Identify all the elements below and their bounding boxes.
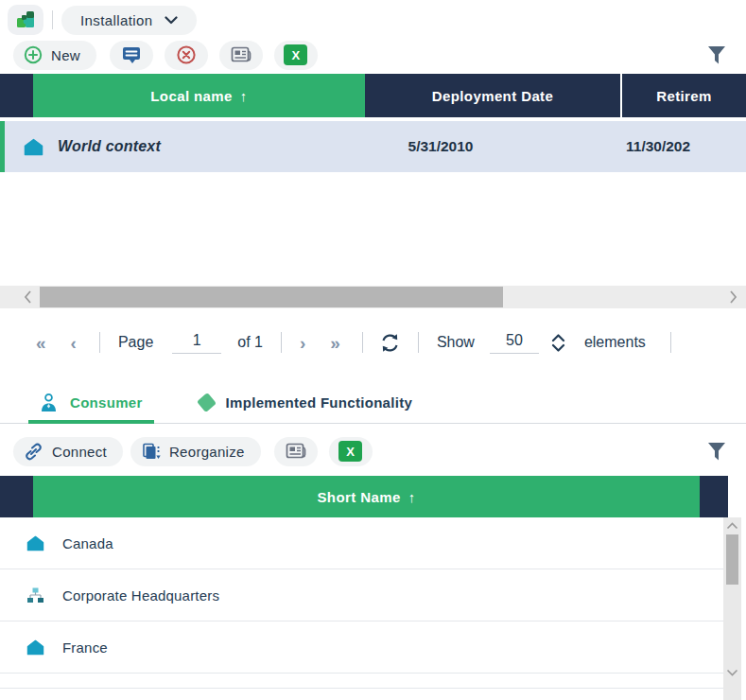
- column-header-deployment-date[interactable]: Deployment Date: [365, 74, 620, 117]
- deployment-date-cell: 5/31/2010: [384, 138, 497, 155]
- retirement-date-cell: 11/30/202: [626, 138, 746, 155]
- filter-button[interactable]: [701, 41, 733, 70]
- site-icon: [24, 138, 43, 156]
- puzzle-icon: [14, 9, 37, 31]
- sort-asc-icon: ↑: [240, 88, 248, 104]
- detail-tabs: Consumer Implemented Functionality: [0, 382, 746, 424]
- tab-label: Consumer: [70, 394, 143, 411]
- tab-consumer[interactable]: Consumer: [28, 382, 154, 423]
- chevron-up-icon: [551, 334, 565, 342]
- page-number-input[interactable]: 1: [172, 332, 221, 354]
- org-chart-icon: [26, 586, 44, 604]
- pagination-bar: « ‹ Page 1 of 1 › » Show 50 elements: [0, 322, 746, 363]
- divider: [362, 332, 363, 353]
- chevron-down-icon: [165, 16, 178, 25]
- first-page-button[interactable]: «: [36, 334, 46, 352]
- filter-icon: [706, 441, 727, 463]
- sort-asc-icon: ↑: [408, 489, 416, 505]
- installation-table-header: Local name ↑ Deployment Date Retirem: [0, 74, 746, 117]
- horizontal-scrollbar-thumb[interactable]: [40, 287, 503, 307]
- newspaper-icon: [286, 442, 306, 461]
- excel-icon: X: [338, 441, 362, 462]
- workspace-dropdown[interactable]: Installation: [61, 6, 197, 35]
- report-button[interactable]: [274, 437, 318, 466]
- refresh-button[interactable]: [379, 332, 401, 354]
- chevron-down-icon: [551, 343, 565, 352]
- header-spacer: [700, 476, 728, 517]
- show-label: Show: [437, 334, 475, 351]
- last-page-button[interactable]: »: [330, 334, 340, 352]
- column-header-retirement-date[interactable]: Retirem: [620, 74, 746, 117]
- reorganize-icon: [141, 442, 161, 462]
- column-header-short-name[interactable]: Short Name ↑: [33, 476, 700, 517]
- table-row-partial: [0, 674, 723, 689]
- reorganize-button-label: Reorganize: [169, 444, 245, 460]
- table-row-canada[interactable]: Canada: [0, 517, 723, 569]
- local-name-cell: World context: [58, 138, 161, 155]
- divider: [99, 332, 100, 353]
- chain-link-icon: [24, 442, 43, 462]
- divider: [52, 10, 53, 29]
- short-name-cell: Corporate Headquarters: [62, 587, 219, 604]
- report-button[interactable]: [219, 41, 263, 70]
- installation-toolbar: New X: [13, 40, 733, 70]
- row-handle-column: [0, 74, 33, 117]
- consumer-table-header: Short Name ↑: [0, 476, 728, 517]
- newspaper-icon: [231, 45, 252, 64]
- scroll-down-icon[interactable]: [725, 665, 739, 679]
- comment-icon: [121, 45, 142, 65]
- top-bar: Installation: [8, 4, 738, 36]
- site-icon: [26, 535, 44, 551]
- column-label: Local name: [150, 88, 233, 104]
- consumer-toolbar: Connect Reorganize X: [13, 435, 733, 467]
- prev-page-button[interactable]: ‹: [71, 334, 77, 352]
- page-size-stepper[interactable]: [551, 334, 565, 352]
- table-row-world-context[interactable]: World context 5/31/2010 11/30/202: [0, 121, 746, 172]
- elements-label: elements: [584, 334, 646, 351]
- comment-button[interactable]: [110, 41, 153, 70]
- excel-icon: X: [284, 44, 307, 65]
- person-icon: [40, 393, 58, 412]
- next-page-button[interactable]: ›: [300, 334, 305, 352]
- consumer-table-body: Canada Corporate Headquarters France: [0, 517, 723, 689]
- page-count-label: of 1: [237, 334, 263, 351]
- app-logo[interactable]: [8, 5, 43, 35]
- column-label: Short Name: [317, 489, 400, 505]
- connect-button-label: Connect: [52, 444, 107, 460]
- cancel-button[interactable]: [165, 41, 208, 70]
- site-icon: [26, 639, 44, 656]
- new-button-label: New: [51, 47, 80, 63]
- tab-label: Implemented Functionality: [226, 394, 413, 411]
- column-header-local-name[interactable]: Local name ↑: [33, 74, 365, 117]
- vertical-scrollbar-thumb[interactable]: [726, 534, 738, 585]
- short-name-cell: Canada: [62, 535, 113, 551]
- table-row-france[interactable]: France: [0, 621, 723, 674]
- scroll-right-icon[interactable]: [725, 289, 740, 305]
- row-handle-column: [0, 476, 33, 517]
- page-size-input[interactable]: 50: [490, 332, 539, 354]
- scroll-left-icon[interactable]: [21, 289, 36, 305]
- excel-export-button[interactable]: X: [274, 41, 318, 70]
- refresh-icon: [379, 332, 401, 354]
- vertical-scrollbar[interactable]: [723, 517, 741, 700]
- tab-implemented-functionality[interactable]: Implemented Functionality: [188, 382, 425, 423]
- horizontal-scrollbar[interactable]: [0, 286, 746, 308]
- diamond-icon: [197, 393, 217, 412]
- divider: [418, 332, 419, 353]
- page-label: Page: [118, 334, 153, 351]
- reorganize-button[interactable]: Reorganize: [130, 437, 261, 466]
- filter-icon: [706, 44, 727, 66]
- filter-button[interactable]: [701, 437, 733, 466]
- workspace-dropdown-label: Installation: [80, 12, 153, 28]
- new-button[interactable]: New: [13, 41, 96, 70]
- scroll-up-icon[interactable]: [725, 519, 739, 534]
- excel-export-button[interactable]: X: [329, 437, 373, 466]
- column-label: Deployment Date: [432, 88, 554, 104]
- plus-circle-icon: [24, 45, 43, 64]
- table-row-corporate-headquarters[interactable]: Corporate Headquarters: [0, 569, 723, 621]
- short-name-cell: France: [62, 639, 108, 656]
- selected-row-accent: [0, 121, 5, 172]
- column-label: Retirem: [656, 88, 712, 104]
- connect-button[interactable]: Connect: [13, 437, 123, 466]
- circle-x-icon: [176, 44, 197, 65]
